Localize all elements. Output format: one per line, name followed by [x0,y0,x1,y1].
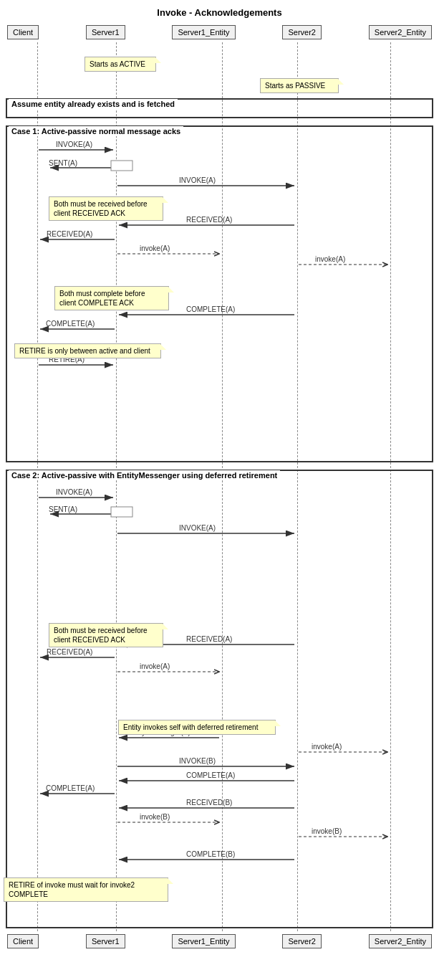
lifeline-server1: Server1 [86,25,125,39]
footer-server1entity: Server1_Entity [172,934,235,948]
note-both-complete-1: Both must complete beforeclient COMPLETE… [54,286,169,310]
seq-area: Starts as ACTIVE Starts as PASSIVE Assum… [0,42,439,931]
diagram: Invoke - Acknowledgements Client Server1… [0,0,439,956]
note-entity-invokes: Entity invokes self with deferred retire… [118,720,276,735]
frame-case1-label: Case 1: Active-passive normal message ac… [9,126,183,136]
note-both-received-1: Both must be received beforeclient RECEI… [49,196,163,221]
footer-server2: Server2 [282,934,322,948]
note-starts-passive: Starts as PASSIVE [260,78,339,93]
lifeline-server2entity: Server2_Entity [369,25,432,39]
note-both-received-2: Both must be received beforeclient RECEI… [49,623,163,647]
lifeline-client: Client [7,25,39,39]
footer-client: Client [7,934,39,948]
note-starts-active: Starts as ACTIVE [85,57,156,72]
note-retire-wait: RETIRE of invoke must wait for invoke2 C… [4,877,168,902]
frame-case2-label: Case 2: Active-passive with EntityMessen… [9,470,280,480]
lifeline-headers: Client Server1 Server1_Entity Server2 Se… [0,25,439,39]
frame-assume: Assume entity already exists and is fetc… [6,98,433,118]
footer-server1: Server1 [86,934,125,948]
frame-assume-label: Assume entity already exists and is fetc… [9,99,178,109]
footer-server2entity: Server2_Entity [369,934,432,948]
lifeline-server2: Server2 [282,25,322,39]
lifeline-server1entity: Server1_Entity [172,25,235,39]
frame-case2: Case 2: Active-passive with EntityMessen… [6,470,433,928]
note-retire-only: RETIRE is only between active and client [14,343,161,358]
page-title: Invoke - Acknowledgements [0,7,439,18]
lifeline-footers: Client Server1 Server1_Entity Server2 Se… [0,934,439,948]
